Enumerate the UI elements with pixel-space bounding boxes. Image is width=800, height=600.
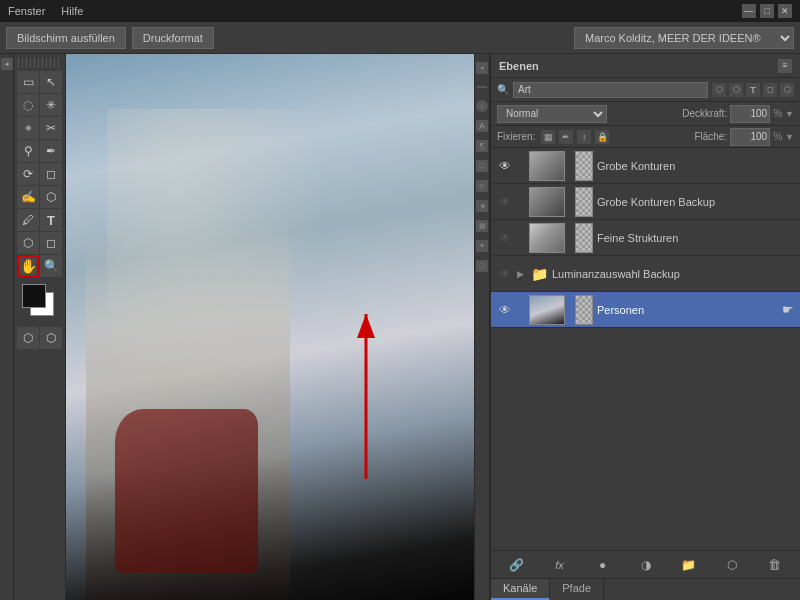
maximize-button[interactable]: □ (760, 4, 774, 18)
tab-pfade[interactable]: Pfade (550, 579, 604, 600)
layer-thumbnail (529, 223, 565, 253)
print-format-button[interactable]: Druckformat (132, 27, 214, 49)
menu-fenster[interactable]: Fenster (8, 5, 45, 17)
opacity-dropdown[interactable]: ▼ (785, 109, 794, 119)
main-area: ◂ ▭ ↖ ◌ ✳ ⌖ ✂ (0, 54, 800, 600)
brush-tool[interactable]: ✍ (17, 186, 39, 208)
lock-image-btn[interactable]: ✒ (559, 130, 573, 144)
layer-visibility-toggle[interactable]: 👁 (497, 230, 513, 246)
fill-dropdown[interactable]: ▼ (785, 132, 794, 142)
new-group-button[interactable]: 📁 (679, 555, 699, 575)
blend-mode-select[interactable]: Normal (497, 105, 607, 123)
lock-all-btn[interactable]: 🔒 (595, 130, 609, 144)
layer-visibility-toggle[interactable]: 👁 (497, 266, 513, 282)
opacity-input[interactable] (730, 105, 770, 123)
delete-layer-button[interactable]: 🗑 (765, 555, 785, 575)
eyedrop-tool[interactable]: ⚲ (17, 140, 39, 162)
color-swatches[interactable] (22, 284, 58, 320)
layers-panel: Ebenen ≡ 🔍 ⬡ ⬡ T ◻ ⬡ Normal (491, 54, 800, 600)
layer-name: Luminanzauswahl Backup (552, 268, 794, 280)
shape-tool[interactable]: ◻ (40, 232, 62, 254)
pen-tool[interactable]: ⬡ (17, 232, 39, 254)
layer-styles-button[interactable]: fx (550, 555, 570, 575)
crop-tool[interactable]: ⌖ (17, 117, 39, 139)
kind-icon-smart[interactable]: ⬡ (780, 83, 794, 97)
lock-row: Fixieren: ▦ ✒ ↕ 🔒 Fläche: % ▼ (491, 126, 800, 148)
selection-tool[interactable]: ▭ (17, 71, 39, 93)
kind-icon-pixel[interactable]: ⬡ (712, 83, 726, 97)
fill-input[interactable] (730, 128, 770, 146)
quick-mask-tool[interactable]: ⬡ (17, 327, 39, 349)
magic-wand-tool[interactable]: ✳ (40, 94, 62, 116)
mid-strip-icon-a[interactable]: A (476, 120, 488, 132)
thumb-content (530, 296, 564, 324)
thumb-content (530, 224, 564, 252)
mid-strip-icon-style[interactable]: ✦ (476, 240, 488, 252)
layer-visibility-toggle[interactable]: 👁 (497, 158, 513, 174)
mid-strip-icon-mask[interactable]: ⬡ (476, 260, 488, 272)
layer-expand-icon[interactable]: ▶ (517, 269, 527, 279)
layer-item[interactable]: 👁 Feine Strukturen (491, 220, 800, 256)
mid-strip-icon-para[interactable]: ¶ (476, 140, 488, 152)
tab-kanale[interactable]: Kanäle (491, 579, 550, 600)
layer-name: Grobe Konturen (597, 160, 794, 172)
layer-visibility-toggle[interactable]: 👁 (497, 302, 513, 318)
layer-item[interactable]: 👁 Grobe Konturen Backup (491, 184, 800, 220)
clone-tool[interactable]: ◻ (40, 163, 62, 185)
ruler-tool[interactable]: ✒ (40, 140, 62, 162)
mid-strip-icon-hist[interactable]: ⬡ (476, 160, 488, 172)
panel-title: Ebenen (499, 60, 539, 72)
layer-visibility-toggle[interactable]: 👁 (497, 194, 513, 210)
link-layers-button[interactable]: 🔗 (507, 555, 527, 575)
tool-row-10: ⬡ ⬡ (17, 327, 62, 349)
layer-item[interactable]: 👁 Grobe Konturen (491, 148, 800, 184)
new-adjustment-button[interactable]: ◑ (636, 555, 656, 575)
history-brush-tool[interactable]: ⬡ (40, 186, 62, 208)
tool-row-5: ⟳ ◻ (17, 163, 62, 185)
lock-position-btn[interactable]: ↕ (577, 130, 591, 144)
eyedrop-icon: ⚲ (24, 144, 33, 158)
mask-checker (576, 188, 592, 216)
lock-label: Fixieren: (497, 131, 535, 142)
canvas-area[interactable] (66, 54, 474, 600)
arrow-tool[interactable]: ↖ (40, 71, 62, 93)
hand-tool[interactable]: ✋ (17, 255, 39, 277)
minimize-button[interactable]: — (742, 4, 756, 18)
layer-search-input[interactable] (513, 82, 708, 98)
layer-item-personen[interactable]: 👁 Personen ☛ (491, 292, 800, 328)
panel-menu-button[interactable]: ≡ (778, 59, 792, 73)
menu-hilfe[interactable]: Hilfe (61, 5, 83, 17)
layer-mask-thumbnail (575, 223, 593, 253)
add-mask-button[interactable]: ● (593, 555, 613, 575)
close-button[interactable]: ✕ (778, 4, 792, 18)
title-bar-controls[interactable]: — □ ✕ (742, 4, 792, 18)
mid-strip-icon-info[interactable]: i (476, 100, 488, 112)
screen-mode-tool[interactable]: ⬡ (40, 327, 62, 349)
fill-row: Fläche: % ▼ (694, 128, 794, 146)
slice-tool[interactable]: ✂ (40, 117, 62, 139)
mid-strip-icon-adj[interactable]: ⊙ (476, 180, 488, 192)
thumb-content (530, 152, 564, 180)
heal-tool[interactable]: ⟳ (17, 163, 39, 185)
foreground-color[interactable] (22, 284, 46, 308)
mid-strip-icon-swatch[interactable]: ▦ (476, 220, 488, 232)
shape-icon: ◻ (46, 236, 56, 250)
layer-item[interactable]: 👁 ▶ 📁 Luminanzauswahl Backup (491, 256, 800, 292)
tool-ruler (18, 58, 62, 68)
layers-bottom-toolbar: 🔗 fx ● ◑ 📁 ⬡ 🗑 (491, 550, 800, 578)
zoom-tool[interactable]: 🔍 (40, 255, 62, 277)
new-layer-button[interactable]: ⬡ (722, 555, 742, 575)
eraser-tool[interactable]: 🖊 (17, 209, 39, 231)
kind-icon-type[interactable]: T (746, 83, 760, 97)
title-bar-menus[interactable]: Fenster Hilfe (8, 5, 83, 17)
mid-strip-icon-color[interactable]: ◈ (476, 200, 488, 212)
kind-icon-shape[interactable]: ◻ (763, 83, 777, 97)
lasso-icon: ◌ (23, 98, 33, 112)
lock-transparent-btn[interactable]: ▦ (541, 130, 555, 144)
workspace-select[interactable]: Marco Kolditz, MEER DER IDEEN® (574, 27, 794, 49)
lasso-tool[interactable]: ◌ (17, 94, 39, 116)
type-tool[interactable]: T (40, 209, 62, 231)
tool-row-2: ◌ ✳ (17, 94, 62, 116)
kind-icon-adjustment[interactable]: ⬡ (729, 83, 743, 97)
fullscreen-button[interactable]: Bildschirm ausfüllen (6, 27, 126, 49)
